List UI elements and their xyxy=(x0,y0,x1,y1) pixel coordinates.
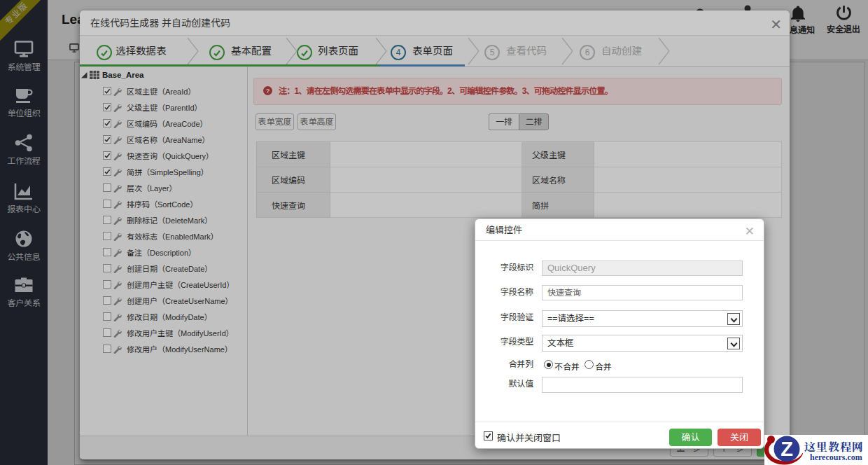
svg-text:Z: Z xyxy=(780,438,793,460)
